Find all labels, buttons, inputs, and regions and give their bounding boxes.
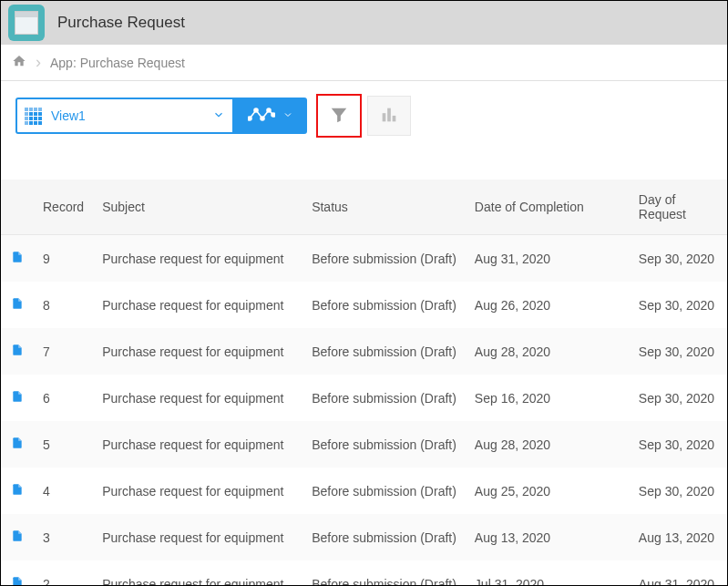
cell-status: Before submission (Draft) [302,468,466,514]
cell-subject: Purchase request for equipment [93,282,302,328]
cell-subject: Purchase request for equipment [93,375,302,421]
line-graph-icon [248,106,275,127]
svg-point-0 [248,117,251,120]
home-icon[interactable] [12,54,26,71]
row-icon-cell[interactable] [1,375,34,421]
document-icon [11,345,24,360]
cell-record: 4 [34,468,93,514]
cell-request: Sep 30, 2020 [630,375,727,421]
cell-status: Before submission (Draft) [302,375,466,421]
funnel-icon [329,105,349,128]
records-table: Record Subject Status Date of Completion… [1,180,727,586]
row-icon-cell[interactable] [1,560,34,586]
cell-status: Before submission (Draft) [302,235,466,283]
cell-completion: Aug 28, 2020 [466,328,630,375]
cell-completion: Aug 31, 2020 [466,235,630,283]
cell-subject: Purchase request for equipment [93,235,302,283]
cell-completion: Aug 25, 2020 [466,468,630,514]
cell-subject: Purchase request for equipment [93,560,302,586]
table-row[interactable]: 6Purchase request for equipmentBefore su… [1,375,727,421]
cell-completion: Sep 16, 2020 [466,375,630,421]
chevron-down-icon [282,108,293,123]
cell-request: Sep 30, 2020 [630,235,727,283]
cell-status: Before submission (Draft) [302,328,466,375]
row-icon-cell[interactable] [1,328,34,375]
cell-subject: Purchase request for equipment [93,514,302,560]
svg-rect-6 [387,108,391,121]
filter-button[interactable] [316,94,362,138]
cell-request: Sep 30, 2020 [630,421,727,468]
svg-rect-5 [383,113,386,121]
cell-record: 7 [34,328,93,375]
chevron-down-icon [212,108,225,124]
cell-request: Aug 13, 2020 [630,514,727,560]
cell-request: Sep 30, 2020 [630,468,727,514]
cell-completion: Jul 31, 2020 [466,560,630,586]
th-subject[interactable]: Subject [93,180,302,235]
table-header-row: Record Subject Status Date of Completion… [1,180,727,235]
cell-record: 2 [34,560,93,586]
th-record[interactable]: Record [34,180,93,235]
app-icon [8,5,45,41]
cell-request: Sep 30, 2020 [630,282,727,328]
chevron-right-icon: › [36,53,41,72]
view-label: View1 [51,108,86,123]
table-row[interactable]: 7Purchase request for equipmentBefore su… [1,328,727,375]
cell-status: Before submission (Draft) [302,282,466,328]
chart-button[interactable] [367,96,411,136]
cell-record: 9 [34,235,93,283]
cell-record: 6 [34,375,93,421]
breadcrumb-text[interactable]: App: Purchase Request [50,56,185,70]
graph-view-button[interactable] [234,98,307,134]
cell-status: Before submission (Draft) [302,560,466,586]
cell-completion: Aug 26, 2020 [466,282,630,328]
row-icon-cell[interactable] [1,514,34,560]
cell-request: Sep 30, 2020 [630,328,727,375]
view-selector[interactable]: View1 [15,98,234,134]
document-icon [11,578,24,586]
table-row[interactable]: 9Purchase request for equipmentBefore su… [1,235,727,283]
svg-point-4 [272,113,275,117]
table-row[interactable]: 4Purchase request for equipmentBefore su… [1,468,727,514]
cell-completion: Aug 28, 2020 [466,421,630,468]
table-row[interactable]: 3Purchase request for equipmentBefore su… [1,514,727,560]
breadcrumb: › App: Purchase Request [1,45,727,81]
th-status[interactable]: Status [302,180,466,235]
cell-subject: Purchase request for equipment [93,421,302,468]
table-row[interactable]: 8Purchase request for equipmentBefore su… [1,282,727,328]
row-icon-cell[interactable] [1,282,34,328]
document-icon [11,392,24,406]
row-icon-cell[interactable] [1,421,34,468]
toolbar: View1 [1,81,727,150]
cell-record: 8 [34,282,93,328]
row-icon-cell[interactable] [1,468,34,514]
cell-record: 3 [34,514,93,560]
th-icon [1,180,34,235]
th-request[interactable]: Day of Request [630,180,727,235]
table-row[interactable]: 2Purchase request for equipmentBefore su… [1,560,727,586]
bar-chart-icon [379,105,399,128]
app-title: Purchase Request [57,14,185,32]
cell-subject: Purchase request for equipment [93,468,302,514]
th-completion[interactable]: Date of Completion [466,180,630,235]
svg-rect-7 [393,115,396,120]
document-icon [11,438,24,453]
document-icon [11,485,24,499]
document-icon [11,252,24,267]
row-icon-cell[interactable] [1,235,34,283]
cell-request: Aug 31, 2020 [630,560,727,586]
svg-point-2 [261,117,264,120]
svg-point-1 [254,108,258,112]
app-header: Purchase Request [1,1,727,45]
cell-completion: Aug 13, 2020 [466,514,630,560]
cell-record: 5 [34,421,93,468]
cell-subject: Purchase request for equipment [93,328,302,375]
table-row[interactable]: 5Purchase request for equipmentBefore su… [1,421,727,468]
svg-point-3 [267,108,271,112]
cell-status: Before submission (Draft) [302,514,466,560]
cell-status: Before submission (Draft) [302,421,466,468]
document-icon [11,531,24,546]
document-icon [11,299,24,314]
grid-icon [25,108,42,125]
